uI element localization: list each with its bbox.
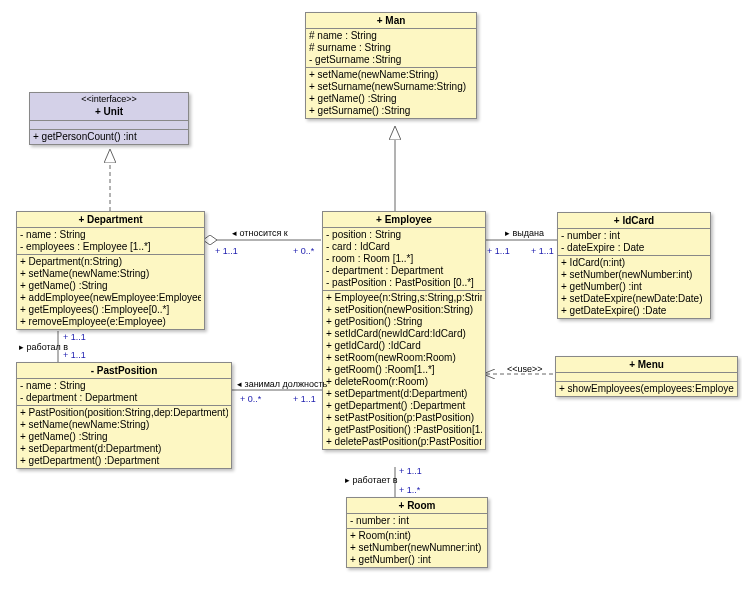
op: + setPosition(newPosition:String) [326, 304, 482, 316]
attr: - number : int [561, 230, 707, 242]
employee-name: + Employee [323, 212, 485, 228]
label-use: <<use>> [507, 364, 543, 374]
op: + setIdCard(newIdCard:IdCard) [326, 328, 482, 340]
op: + setName(newName:String) [20, 419, 228, 431]
op: + getNumber() :int [350, 554, 484, 566]
room-attrs: - number : int [347, 514, 487, 529]
op: + PastPosition(position:String,dep:Depar… [20, 407, 228, 419]
idcard-attrs: - number : int - dateExpire : Date [558, 229, 710, 256]
class-idcard: + IdCard - number : int - dateExpire : D… [557, 212, 711, 319]
department-ops: + Department(n:String) + setName(newName… [17, 255, 204, 329]
op: + setDateExpire(newDate:Date) [561, 293, 707, 305]
op: + Department(n:String) [20, 256, 201, 268]
op: + getNumber() :int [561, 281, 707, 293]
op: + getDepartment() :Department [326, 400, 482, 412]
class-department: + Department - name : String - employees… [16, 211, 205, 330]
op: + Room(n:int) [350, 530, 484, 542]
op: + addEmployee(newEmployee:Employee) [20, 292, 201, 304]
attr: - name : String [20, 229, 201, 241]
op: + getName() :String [20, 280, 201, 292]
op: + getEmployees() :Employee[0..*] [20, 304, 201, 316]
employee-attrs: - position : String - card : IdCard - ro… [323, 228, 485, 291]
attr: - name : String [20, 380, 228, 392]
op: + getDateExpire() :Date [561, 305, 707, 317]
room-name: + Room [347, 498, 487, 514]
man-name: + Man [306, 13, 476, 29]
mult: + 0..* [240, 394, 261, 404]
mult: + 1..1 [63, 332, 86, 342]
unit-attrs [30, 121, 188, 130]
op: + setDepartment(d:Department) [20, 443, 228, 455]
op: + removeEmployee(e:Employee) [20, 316, 201, 328]
op: + setSurname(newSurname:String) [309, 81, 473, 93]
mult: + 1..1 [215, 246, 238, 256]
pastposition-ops: + PastPosition(position:String,dep:Depar… [17, 406, 231, 468]
attr: # surname : String [309, 42, 473, 54]
idcard-name: + IdCard [558, 213, 710, 229]
attr: - card : IdCard [326, 241, 482, 253]
unit-name: + Unit [33, 104, 185, 119]
op: + getRoom() :Room[1..*] [326, 364, 482, 376]
label-issued: ▸ выдана [505, 228, 544, 238]
op: + setName(newName:String) [309, 69, 473, 81]
op: + getPosition() :String [326, 316, 482, 328]
op: + setDepartment(d:Department) [326, 388, 482, 400]
attr: - department : Department [326, 265, 482, 277]
mult: + 1..1 [399, 466, 422, 476]
op: + getIdCard() :IdCard [326, 340, 482, 352]
label-works-in: ▸ работает в [345, 475, 398, 485]
class-pastposition: - PastPosition - name : String - departm… [16, 362, 232, 469]
label-worked-in: ▸ работал в [19, 342, 68, 352]
man-ops: + setName(newName:String) + setSurname(n… [306, 68, 476, 118]
department-attrs: - name : String - employees : Employee [… [17, 228, 204, 255]
op: + Employee(n:String,s:String,p:String) [326, 292, 482, 304]
op: + deletePastPosition(p:PastPosition) [326, 436, 482, 448]
unit-stereotype: <<interface>> [33, 94, 185, 104]
op: + getPastPosition() :PastPosition[1..*] [326, 424, 482, 436]
op: + getSurname() :String [309, 105, 473, 117]
op: + getName() :String [309, 93, 473, 105]
class-menu: + Menu + showEmployees(employees:Employe… [555, 356, 738, 397]
man-attrs: # name : String # surname : String - get… [306, 29, 476, 68]
room-ops: + Room(n:int) + setNumber(newNumner:int)… [347, 529, 487, 567]
menu-name: + Menu [556, 357, 737, 373]
op: + setRoom(newRoom:Room) [326, 352, 482, 364]
op: + setNumber(newNumner:int) [350, 542, 484, 554]
attr: - employees : Employee [1..*] [20, 241, 201, 253]
attr: - getSurname :String [309, 54, 473, 66]
attr: # name : String [309, 30, 473, 42]
mult: + 0..* [293, 246, 314, 256]
pastposition-name: - PastPosition [17, 363, 231, 379]
attr: - number : int [350, 515, 484, 527]
op: + setPastPosition(p:PastPosition) [326, 412, 482, 424]
op: + IdCard(n:int) [561, 257, 707, 269]
attr: - department : Department [20, 392, 228, 404]
class-employee: + Employee - position : String - card : … [322, 211, 486, 450]
unit-header: <<interface>> + Unit [30, 93, 188, 121]
class-man: + Man # name : String # surname : String… [305, 12, 477, 119]
employee-ops: + Employee(n:String,s:String,p:String) +… [323, 291, 485, 449]
mult: + 1..1 [63, 350, 86, 360]
menu-ops: + showEmployees(employees:Employee[0..*]… [556, 382, 737, 396]
class-unit: <<interface>> + Unit + getPersonCount() … [29, 92, 189, 145]
op: + showEmployees(employees:Employee[0..*]… [559, 383, 734, 395]
op: + setName(newName:String) [20, 268, 201, 280]
attr: - dateExpire : Date [561, 242, 707, 254]
mult: + 1..* [399, 485, 420, 495]
op: + getDepartment() :Department [20, 455, 228, 467]
mult: + 1..1 [293, 394, 316, 404]
label-relates-to: ◂ относится к [232, 228, 288, 238]
idcard-ops: + IdCard(n:int) + setNumber(newNumber:in… [558, 256, 710, 318]
attr: - pastPosition : PastPosition [0..*] [326, 277, 482, 289]
class-room: + Room - number : int + Room(n:int) + se… [346, 497, 488, 568]
unit-ops: + getPersonCount() :int [30, 130, 188, 144]
label-held-position: ◂ занимал должность [237, 379, 327, 389]
attr: - position : String [326, 229, 482, 241]
op: + deleteRoom(r:Room) [326, 376, 482, 388]
mult: + 1..1 [487, 246, 510, 256]
pastposition-attrs: - name : String - department : Departmen… [17, 379, 231, 406]
menu-attrs [556, 373, 737, 382]
op: + setNumber(newNumber:int) [561, 269, 707, 281]
mult: + 1..1 [531, 246, 554, 256]
department-name: + Department [17, 212, 204, 228]
